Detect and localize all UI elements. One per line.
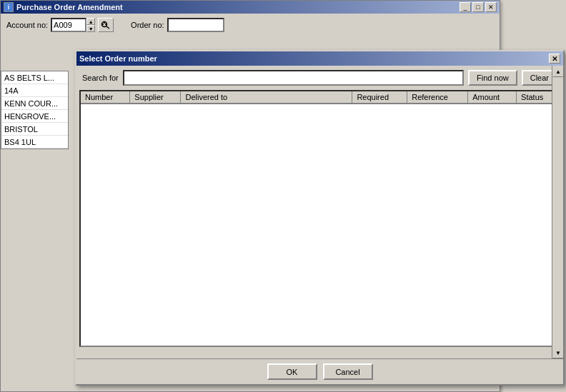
order-table: Number Supplier Delivered to Required Re… xyxy=(81,91,559,104)
col-required: Required xyxy=(352,91,407,104)
col-amount: Amount xyxy=(468,91,517,104)
scroll-track xyxy=(552,77,563,347)
cancel-button[interactable]: Cancel xyxy=(323,363,373,380)
ok-button[interactable]: OK xyxy=(267,363,317,380)
scroll-down-button[interactable]: ▼ xyxy=(552,347,564,358)
scroll-up-button[interactable]: ▲ xyxy=(552,66,564,77)
col-delivered-to: Delivered to xyxy=(181,91,352,104)
col-reference: Reference xyxy=(407,91,468,104)
modal-title: Select Order number xyxy=(79,54,157,63)
order-table-container[interactable]: Number Supplier Delivered to Required Re… xyxy=(79,90,560,347)
find-now-button[interactable]: Find now xyxy=(468,70,517,86)
search-label: Search for xyxy=(82,74,119,82)
search-input[interactable] xyxy=(123,70,464,86)
modal-window: Select Order number ✕ Search for Find no… xyxy=(75,50,565,386)
modal-toolbar: Search for Find now Clear xyxy=(76,66,563,90)
scrollbar[interactable]: ▲ ▼ xyxy=(552,66,563,358)
col-number: Number xyxy=(81,91,130,104)
modal-overlay: Select Order number ✕ Search for Find no… xyxy=(0,0,566,392)
modal-footer: OK Cancel xyxy=(76,358,563,384)
col-supplier: Supplier xyxy=(130,91,181,104)
modal-titlebar: Select Order number ✕ xyxy=(76,51,563,66)
table-header-row: Number Supplier Delivered to Required Re… xyxy=(81,91,559,104)
modal-close-button[interactable]: ✕ xyxy=(549,54,560,64)
